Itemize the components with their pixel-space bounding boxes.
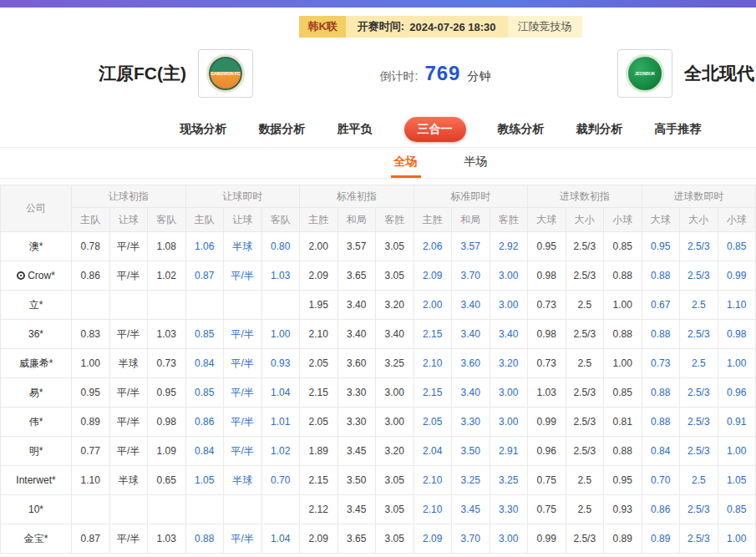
away-logo-icon: JEONBUK	[626, 54, 664, 93]
odds-cell: 3.30	[337, 378, 376, 408]
odds-cell: 3.05	[376, 232, 414, 261]
company-cell[interactable]: 10*	[1, 495, 72, 524]
odds-cell: 平/半	[224, 524, 262, 554]
odds-cell: 0.73	[528, 291, 566, 320]
nav-item-expert-picks[interactable]: 高手推荐	[655, 122, 702, 137]
odds-cell: 1.00	[604, 349, 642, 378]
odds-cell: 1.00	[72, 349, 110, 378]
odds-cell: 0.98	[528, 320, 566, 349]
odds-cell: 2.5/3	[680, 261, 718, 291]
kickoff-strip: 韩K联 开赛时间: 2024-07-26 18:30 江陵竞技场	[299, 16, 581, 38]
odds-cell: 2.10	[414, 349, 452, 378]
odds-col-header: 大小	[680, 208, 718, 232]
odds-cell: 2.5/3	[680, 378, 718, 408]
odds-cell	[261, 291, 300, 320]
company-column-header: 公司	[1, 185, 72, 232]
odds-cell: 1.10	[718, 291, 756, 320]
odds-cell: 0.85	[718, 495, 756, 524]
odds-cell: 2.12	[300, 495, 338, 524]
odds-cell: 3.60	[337, 349, 376, 378]
company-cell[interactable]: 伟*	[1, 408, 72, 437]
odds-cell: 0.88	[642, 261, 680, 291]
odds-cell: 0.93	[604, 495, 642, 524]
table-row: 10*2.123.453.052.103.453.300.752.50.930.…	[1, 495, 756, 524]
odds-cell: 0.93	[261, 349, 300, 378]
odds-cell: 1.03	[148, 524, 186, 554]
odds-col-header: 主队	[72, 208, 110, 232]
company-cell[interactable]: 威廉希*	[1, 349, 72, 378]
period-subtabs: 全场半场	[0, 148, 756, 179]
odds-col-header: 客胜	[490, 208, 528, 232]
odds-cell: 3.20	[376, 291, 414, 320]
odds-cell: 0.65	[148, 466, 186, 495]
nav-item-coach-analysis[interactable]: 教练分析	[498, 122, 545, 137]
odds-cell: 0.87	[185, 261, 224, 291]
subtab-half-match[interactable]: 半场	[461, 148, 491, 178]
odds-cell: 1.00	[604, 291, 642, 320]
odds-cell: 3.00	[490, 408, 528, 437]
odds-cell	[224, 291, 262, 320]
odds-cell: 1.03	[261, 261, 300, 291]
odds-col-header: 大球	[642, 208, 680, 232]
odds-group-header-2: 标准初指	[300, 185, 414, 208]
company-cell[interactable]: Crow*	[1, 261, 72, 291]
odds-cell: 0.73	[642, 349, 680, 378]
odds-cell: 0.95	[642, 232, 680, 261]
league-badge[interactable]: 韩K联	[299, 16, 345, 38]
odds-cell: 2.09	[300, 261, 338, 291]
odds-cell: 1.06	[185, 232, 224, 261]
company-cell[interactable]: 金宝*	[1, 524, 72, 554]
nav-item-data-analysis[interactable]: 数据分析	[259, 122, 306, 137]
odds-cell: 平/半	[109, 408, 148, 437]
company-logo-icon	[17, 271, 25, 280]
home-team-name: 江原FC(主)	[99, 62, 186, 85]
odds-cell: 2.5/3	[680, 524, 718, 554]
odds-cell: 2.5/3	[566, 232, 604, 261]
company-cell[interactable]: 立*	[1, 291, 72, 320]
odds-cell: 2.09	[414, 261, 452, 291]
kickoff-datetime: 2024-07-26 18:30	[409, 21, 495, 33]
odds-col-header: 主胜	[414, 208, 452, 232]
odds-cell: 半球	[109, 349, 148, 378]
odds-cell: 1.04	[261, 524, 300, 554]
odds-cell: 0.89	[642, 524, 680, 554]
odds-col-header: 客队	[148, 208, 186, 232]
odds-cell: 2.5/3	[680, 320, 718, 349]
countdown-value: 769	[424, 62, 460, 85]
match-header: 江原FC(主) GANGWON FC 倒计时: 769 分钟 JEONBUK 全…	[0, 38, 756, 111]
odds-cell: 2.5	[566, 495, 604, 524]
nav-item-win-draw-lose[interactable]: 胜平负	[337, 122, 373, 137]
subtab-full-match[interactable]: 全场	[391, 148, 421, 178]
odds-group-header-4: 进球数初指	[528, 185, 642, 208]
odds-cell: 2.05	[300, 408, 338, 437]
kickoff-time: 开赛时间: 2024-07-26 18:30	[346, 16, 508, 38]
odds-col-header: 大球	[528, 208, 566, 232]
company-cell[interactable]: 明*	[1, 437, 72, 466]
company-cell[interactable]: 澳*	[1, 232, 72, 261]
nav-item-three-in-one[interactable]: 三合一	[404, 117, 466, 142]
odds-cell	[109, 291, 148, 320]
company-cell[interactable]: Interwet*	[1, 466, 72, 495]
odds-cell: 0.70	[642, 466, 680, 495]
odds-cell: 平/半	[224, 408, 262, 437]
odds-cell: 3.30	[490, 495, 528, 524]
odds-cell: 平/半	[224, 378, 262, 408]
nav-item-live-analysis[interactable]: 现场分析	[180, 122, 227, 137]
odds-cell: 0.86	[642, 495, 680, 524]
odds-cell: 0.89	[604, 524, 642, 554]
company-cell[interactable]: 易*	[1, 378, 72, 408]
nav-item-referee-analysis[interactable]: 裁判分析	[576, 122, 623, 137]
odds-cell: 1.02	[148, 261, 186, 291]
odds-cell: 0.85	[604, 378, 642, 408]
odds-cell: 3.45	[337, 495, 376, 524]
odds-cell: 0.85	[718, 232, 756, 261]
odds-cell: 1.03	[148, 320, 186, 349]
odds-cell: 1.89	[300, 437, 338, 466]
odds-cell: 半球	[224, 466, 262, 495]
odds-cell: 平/半	[109, 524, 148, 554]
odds-cell: 3.05	[376, 495, 414, 524]
odds-cell: 0.70	[261, 466, 300, 495]
odds-table-wrap: 公司让球初指让球即时标准初指标准即时进球数初指进球数即时主队让球客队主队让球客队…	[0, 179, 756, 554]
company-cell[interactable]: 36*	[1, 320, 72, 349]
odds-cell: 3.40	[376, 320, 414, 349]
